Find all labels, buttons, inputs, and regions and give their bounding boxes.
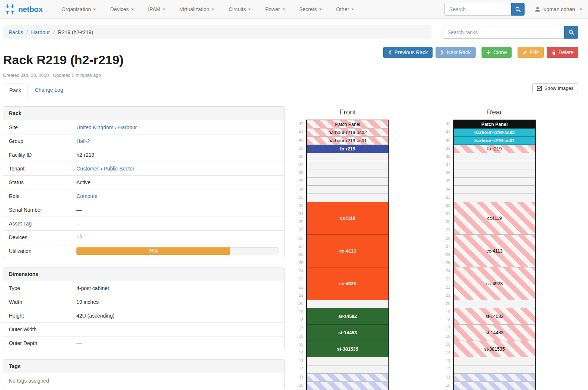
rack-unit-reserved	[454, 374, 535, 382]
attr-value: 19 inches	[76, 299, 279, 305]
unit-number: 34	[286, 185, 303, 193]
value-public-sector[interactable]: Public Sector	[104, 166, 134, 172]
tabs: RackChange Log	[3, 84, 585, 97]
rack-unit-reserved	[454, 382, 535, 390]
nav-menu-power[interactable]: Power	[258, 0, 292, 19]
attr-label: Utilization	[9, 248, 76, 254]
tab-rack[interactable]: Rack	[3, 84, 27, 98]
value-compute[interactable]: Compute	[76, 193, 98, 199]
brand-title: netbox	[18, 5, 43, 14]
show-images-button[interactable]: Show Images	[532, 83, 578, 93]
rack-device-patch-panel[interactable]: Patch Panel	[454, 120, 535, 129]
global-search-button[interactable]	[511, 3, 525, 16]
unit-number: 37	[286, 160, 303, 169]
value-harbour[interactable]: Harbour	[118, 124, 137, 130]
unit-number: 36	[286, 169, 303, 177]
unit-number: 18	[433, 316, 450, 324]
rack-device-st-14483[interactable]: st-14483	[307, 325, 388, 341]
rack-device-cc4119[interactable]: cc4119	[307, 202, 388, 235]
rack-device-st-381535[interactable]: st-381535	[307, 341, 388, 357]
value-42u-ascending: 42U (ascending)	[76, 313, 115, 319]
tab-change-log[interactable]: Change Log	[29, 84, 69, 97]
chevron-left-icon	[388, 50, 392, 55]
attr-row-type: Type4-post cabinet	[3, 281, 284, 295]
rack-device-cc4119[interactable]: cc4119	[454, 202, 535, 235]
caret-down-icon	[211, 9, 214, 10]
rack-unit-empty	[454, 153, 535, 161]
nav-menu-other[interactable]: Other	[329, 0, 361, 19]
check-square-icon	[537, 86, 542, 91]
nav-menu-virtualization[interactable]: Virtualization	[173, 0, 221, 19]
edit-button[interactable]: Edit	[518, 47, 543, 58]
unit-number: 26	[286, 250, 303, 259]
nav-menu-organization[interactable]: Organization	[55, 0, 103, 19]
breadcrumb-item-racks[interactable]: Racks	[9, 29, 23, 35]
nav-menu-circuits[interactable]: Circuits	[221, 0, 258, 19]
rack-device-harbour-r219-as02[interactable]: harbour-r219-as02	[454, 129, 535, 137]
netbox-brand[interactable]: netbox	[0, 4, 48, 15]
unit-number: 13	[433, 357, 450, 365]
dimensions-panel: Dimensions Type4-post cabinetWidth19 inc…	[3, 267, 285, 350]
search-icon	[515, 7, 521, 12]
tags-panel: Tags No tags assigned	[3, 359, 285, 389]
nav-menu-secrets[interactable]: Secrets	[292, 0, 329, 19]
attr-row-group: GroupHall-2	[3, 134, 284, 148]
front-elevation-title: Front	[306, 108, 389, 116]
clone-button[interactable]: Clone	[482, 47, 512, 58]
value-hall-2[interactable]: Hall-2	[76, 138, 90, 144]
top-navbar: netbox OrganizationDevicesIPAMVirtualiza…	[0, 0, 588, 19]
value-4-post-cabinet: 4-post cabinet	[76, 285, 109, 291]
rack-device-patch-panel[interactable]: Patch Panel	[307, 120, 388, 129]
attr-label: Facility ID	[9, 152, 76, 158]
rack-device-lb-r219[interactable]: lb-r219	[454, 145, 535, 153]
user-menu[interactable]: luqman.cohen	[535, 6, 582, 12]
caret-down-icon	[93, 9, 96, 10]
value-customer[interactable]: Customer	[76, 166, 99, 172]
nav-menu-devices[interactable]: Devices	[103, 0, 141, 19]
rack-device-harbour-r219-as01[interactable]: harbour-r219-as01	[307, 137, 388, 145]
front-unit-numbers: 4241403938373635343332313029282726252423…	[286, 120, 303, 389]
rack-device-cc-4923[interactable]: cc-4923	[454, 267, 535, 300]
rack-device-st-381535[interactable]: st-381535	[454, 341, 535, 357]
unit-number: 14	[433, 348, 450, 357]
attr-label: Type	[9, 285, 76, 291]
attr-value: —	[76, 221, 279, 227]
rack-device-st-14483[interactable]: st-14483	[454, 325, 535, 341]
breadcrumb-separator: /	[23, 29, 31, 35]
rack-device-harbour-r219-as02[interactable]: harbour-r219-as02	[307, 129, 388, 137]
unit-number: 29	[433, 226, 450, 234]
rack-unit-empty	[307, 194, 388, 202]
rack-unit-reserved	[307, 382, 388, 390]
tags-panel-title: Tags	[3, 360, 284, 373]
next-rack-button[interactable]: Next Rack	[436, 47, 476, 58]
breadcrumb-item-harbour[interactable]: Harbour	[31, 29, 50, 35]
unit-number: 31	[286, 209, 303, 218]
rack-device-cc-4113[interactable]: cc-4113	[307, 235, 388, 267]
rack-device-st-14582[interactable]: st-14582	[454, 308, 535, 325]
previous-rack-button[interactable]: Previous Rack	[383, 47, 433, 58]
rack-device-st-14582[interactable]: st-14582	[307, 308, 388, 325]
rack-device-lb-r219[interactable]: lb-r219	[307, 145, 388, 153]
rack-device-harbour-r219-as01[interactable]: harbour-r219-as01	[454, 137, 535, 145]
rack-unit-empty	[307, 186, 388, 194]
delete-button[interactable]: Delete	[547, 47, 578, 58]
value-united-kingdom[interactable]: United Kingdom	[76, 124, 114, 130]
unit-number: 33	[433, 193, 450, 201]
caret-down-icon	[131, 9, 134, 10]
rack-unit-empty	[454, 161, 535, 169]
rack-search-button[interactable]	[564, 26, 578, 39]
nav-menu-ipam[interactable]: IPAM	[141, 0, 173, 19]
unit-number: 11	[286, 373, 303, 381]
global-search-input[interactable]	[444, 3, 511, 16]
rack-search-input[interactable]	[443, 26, 564, 39]
value-12[interactable]: 12	[76, 234, 82, 240]
rack-unit-empty	[454, 169, 535, 178]
rack-device-cc-4923[interactable]: cc-4923	[307, 267, 388, 300]
unit-number: 42	[286, 120, 303, 128]
pencil-icon	[522, 50, 527, 55]
attr-row-height: Height42U (ascending)	[3, 309, 284, 322]
rack-device-cc-4113[interactable]: cc-4113	[454, 235, 535, 267]
unit-number: 41	[286, 128, 303, 136]
attr-label: Role	[9, 193, 76, 199]
rack-detail-page: netbox OrganizationDevicesIPAMVirtualiza…	[0, 0, 588, 390]
